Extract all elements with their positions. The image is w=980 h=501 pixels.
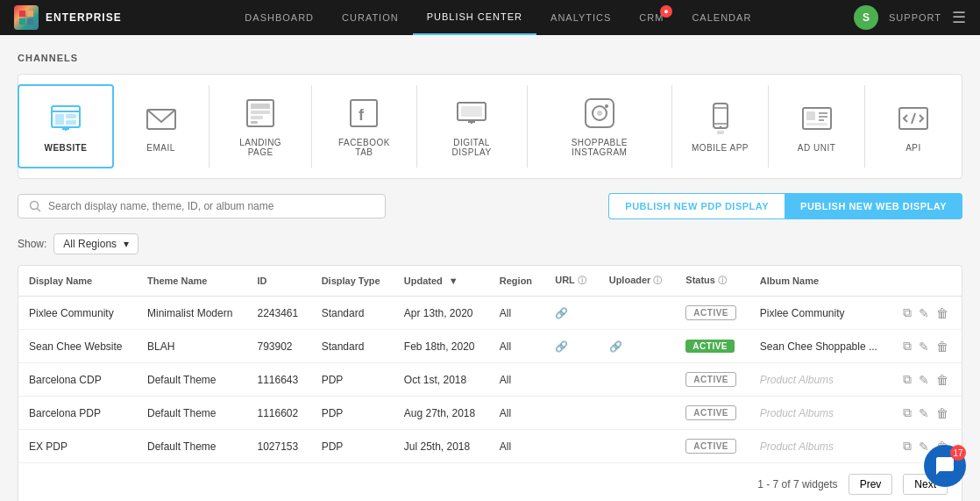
table-row: Barcelona PDP Default Theme 1116602 PDP … — [18, 397, 962, 430]
sort-arrow-icon: ▼ — [449, 276, 458, 286]
nav-dashboard[interactable]: DASHBOARD — [231, 0, 328, 35]
nav-publish-center[interactable]: PUBLISH CENTER — [413, 0, 536, 35]
channel-ad-unit[interactable]: AD UNIT — [769, 85, 865, 168]
svg-rect-31 — [717, 131, 724, 134]
search-icon — [29, 200, 41, 212]
nav-analytics[interactable]: ANALYTICS — [536, 0, 625, 35]
delete-icon[interactable]: 🗑 — [936, 373, 948, 387]
col-region[interactable]: Region — [489, 266, 544, 297]
channels-container: WEBSITE EMAIL LANDING PAGE — [18, 74, 962, 179]
channel-api[interactable]: API — [865, 85, 962, 168]
prev-button[interactable]: Prev — [849, 474, 893, 495]
status-badge: ACTIVE — [685, 439, 736, 454]
filter-row: Show: All Regions ▾ — [18, 233, 962, 254]
row2-display-name: Sean Chee Website — [18, 330, 137, 363]
website-icon — [48, 101, 83, 136]
row3-updated: Oct 1st, 2018 — [394, 363, 489, 397]
delete-icon[interactable]: 🗑 — [936, 340, 948, 354]
col-url[interactable]: URL ⓘ — [544, 266, 599, 297]
svg-line-41 — [38, 209, 41, 212]
ad-unit-icon — [799, 101, 834, 136]
row5-updated: Jul 25th, 2018 — [394, 430, 489, 463]
col-status[interactable]: Status ⓘ — [675, 266, 749, 297]
chevron-down-icon: ▾ — [124, 238, 129, 250]
row4-album: Product Albums — [749, 397, 893, 430]
col-actions — [892, 266, 962, 297]
edit-icon[interactable]: ✎ — [919, 306, 929, 320]
edit-icon[interactable]: ✎ — [919, 373, 929, 387]
support-button[interactable]: SUPPORT — [889, 12, 941, 23]
copy-icon[interactable]: ⧉ — [903, 405, 912, 420]
uploader-link-icon[interactable]: 🔗 — [609, 340, 622, 353]
row4-region: All — [489, 397, 544, 430]
row5-region: All — [489, 430, 544, 463]
copy-icon[interactable]: ⧉ — [903, 339, 912, 354]
svg-text:f: f — [359, 106, 365, 124]
channel-shoppable-instagram[interactable]: SHOPPABLE INSTAGRAM — [528, 85, 672, 168]
channel-landing-page[interactable]: LANDING PAGE — [209, 85, 312, 168]
nav-curation[interactable]: CURATION — [328, 0, 413, 35]
table-body: Pixlee Community Minimalist Modern 22434… — [18, 297, 962, 463]
row3-display-name: Barcelona CDP — [18, 363, 137, 397]
channel-digital-display-label: DIGITAL DISPLAY — [435, 138, 509, 157]
user-avatar[interactable]: S — [854, 5, 878, 30]
brand-name: ENTERPRISE — [46, 11, 122, 24]
album-placeholder: Product Albums — [760, 374, 834, 386]
row4-theme-name: Default Theme — [137, 397, 247, 430]
col-display-type[interactable]: Display Type — [311, 266, 394, 297]
hamburger-menu[interactable]: ☰ — [952, 8, 966, 27]
row2-updated: Feb 18th, 2020 — [394, 330, 489, 363]
svg-rect-15 — [251, 116, 263, 119]
row2-region: All — [489, 330, 544, 363]
channel-digital-display[interactable]: DIGITAL DISPLAY — [417, 85, 528, 168]
col-uploader[interactable]: Uploader ⓘ — [599, 266, 676, 297]
col-album-name[interactable]: Album Name — [749, 266, 893, 297]
delete-icon[interactable]: 🗑 — [936, 406, 948, 420]
edit-icon[interactable]: ✎ — [919, 406, 929, 420]
row2-status: ACTIVE — [675, 330, 749, 363]
channel-mobile-app[interactable]: MOBILE APP — [672, 85, 769, 168]
copy-icon[interactable]: ⧉ — [903, 305, 912, 320]
svg-rect-0 — [19, 11, 25, 17]
col-id[interactable]: ID — [247, 266, 311, 297]
nav-calendar[interactable]: CALENDAR — [678, 0, 765, 35]
delete-icon[interactable]: 🗑 — [936, 306, 948, 320]
url-link-icon[interactable]: 🔗 — [555, 340, 568, 353]
uploader-info-icon[interactable]: ⓘ — [653, 276, 662, 285]
svg-rect-6 — [55, 114, 64, 125]
channel-email-label: EMAIL — [146, 143, 175, 153]
svg-rect-20 — [461, 106, 482, 117]
main-content: CHANNELS WEBSITE EMAIL — [0, 35, 980, 501]
copy-icon[interactable]: ⧉ — [903, 372, 912, 387]
channel-email[interactable]: EMAIL — [113, 85, 209, 168]
row1-album: Pixlee Community — [749, 297, 893, 330]
row1-display-type: Standard — [311, 297, 394, 330]
url-link-icon[interactable]: 🔗 — [555, 307, 568, 319]
col-theme-name[interactable]: Theme Name — [137, 266, 247, 297]
chat-notification-badge: 17 — [950, 445, 966, 461]
displays-table: Display Name Theme Name ID Display Type … — [18, 266, 962, 462]
search-input[interactable] — [48, 200, 374, 212]
channel-facebook-tab[interactable]: f FACEBOOK TAB — [312, 85, 416, 168]
channel-website[interactable]: WEBSITE — [18, 84, 114, 168]
row3-actions: ⧉ ✎ 🗑 — [892, 363, 962, 397]
copy-icon[interactable]: ⧉ — [903, 439, 912, 454]
row1-id: 2243461 — [247, 297, 311, 330]
col-display-name[interactable]: Display Name — [18, 266, 137, 297]
publish-web-button[interactable]: PUBLISH NEW WEB DISPLAY — [785, 193, 962, 219]
edit-icon[interactable]: ✎ — [919, 340, 929, 354]
svg-rect-7 — [66, 114, 76, 118]
row2-display-type: Standard — [311, 330, 394, 363]
search-box[interactable] — [18, 194, 386, 218]
status-info-icon[interactable]: ⓘ — [718, 276, 727, 285]
nav-crm[interactable]: CRM ● — [625, 0, 678, 35]
col-updated[interactable]: Updated ▼ — [394, 266, 489, 297]
publish-pdp-button[interactable]: PUBLISH NEW PDP DISPLAY — [608, 193, 785, 219]
region-filter[interactable]: All Regions ▾ — [53, 233, 138, 254]
edit-icon[interactable]: ✎ — [919, 440, 929, 454]
url-info-icon[interactable]: ⓘ — [578, 276, 586, 285]
chat-bubble[interactable]: 17 — [924, 445, 966, 487]
row4-status: ACTIVE — [675, 397, 749, 430]
pagination-row: 1 - 7 of 7 widgets Prev Next — [18, 462, 962, 501]
brand[interactable]: ENTERPRISE — [14, 5, 122, 30]
